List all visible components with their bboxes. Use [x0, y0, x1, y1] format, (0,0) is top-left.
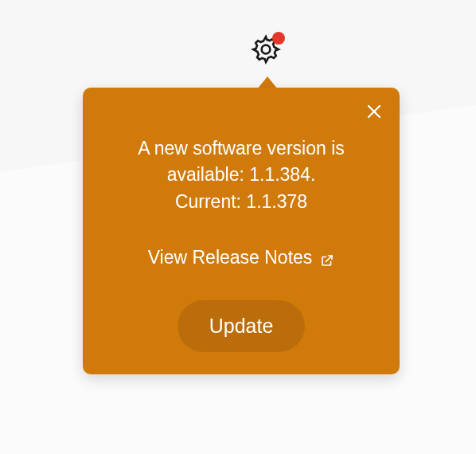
- close-icon: [365, 102, 384, 121]
- notification-dot-icon: [272, 32, 285, 45]
- message-line-2: available: 1.1.384.: [167, 164, 316, 185]
- message-line-1: A new software version is: [138, 138, 345, 159]
- update-button-label: Update: [209, 315, 274, 337]
- close-button[interactable]: [365, 102, 384, 121]
- update-popover: A new software version is available: 1.1…: [83, 88, 400, 374]
- external-link-icon: [320, 251, 334, 265]
- update-button[interactable]: Update: [178, 300, 306, 352]
- settings-gear[interactable]: [250, 33, 282, 65]
- message-line-3: Current: 1.1.378: [175, 191, 307, 212]
- svg-point-0: [262, 45, 271, 54]
- view-release-notes-link[interactable]: View Release Notes: [105, 247, 377, 268]
- release-notes-label: View Release Notes: [148, 247, 313, 268]
- update-message: A new software version is available: 1.1…: [105, 135, 377, 215]
